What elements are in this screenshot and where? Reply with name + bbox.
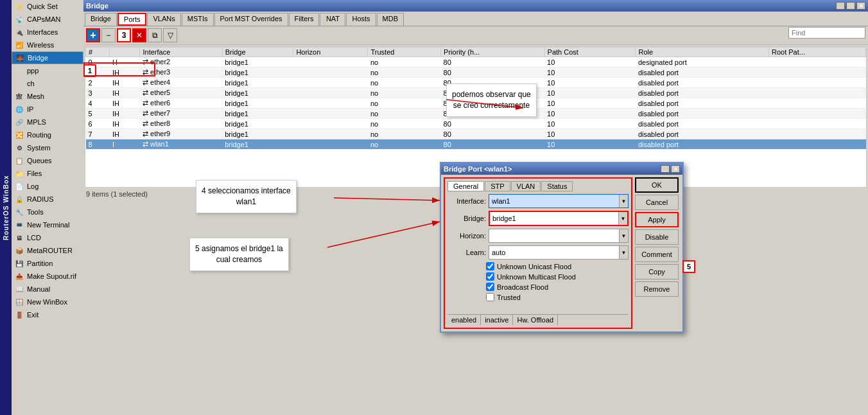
switch-icon	[14, 78, 24, 89]
col-num: #	[86, 48, 110, 57]
tab-mdb[interactable]: MDB	[377, 13, 404, 26]
find-bar	[788, 27, 865, 39]
sidebar-item-tools[interactable]: 🔧 Tools	[12, 206, 83, 218]
sidebar-item-system[interactable]: ⚙ System	[12, 141, 83, 154]
interface-dropdown-btn[interactable]: ▼	[619, 195, 628, 208]
horizon-dropdown-btn[interactable]: ▼	[619, 229, 628, 242]
sidebar-item-partition[interactable]: 💾 Partition	[12, 257, 83, 270]
find-input[interactable]	[788, 27, 865, 39]
table-row[interactable]: 8 I ⇄ wlan1 bridge1 no 80 10 disabled po…	[86, 139, 866, 150]
tab-filters[interactable]: Filters	[289, 13, 320, 26]
dialog-close[interactable]: ✕	[671, 165, 680, 173]
tab-ports[interactable]: Ports	[117, 13, 147, 26]
tab-hosts[interactable]: Hosts	[346, 13, 376, 26]
sidebar-item-label: CAPsMAN	[27, 15, 61, 23]
sidebar-item-new-terminal[interactable]: 💻 New Terminal	[12, 218, 83, 231]
quick-set-icon: ⚡	[14, 1, 24, 12]
bridge-icon: 🌉	[15, 53, 25, 63]
queues-icon: 📋	[14, 155, 24, 166]
filter-button[interactable]: ▽	[163, 28, 177, 42]
tab-vlans[interactable]: VLANs	[147, 13, 180, 26]
mesh-icon: 🕸	[14, 91, 24, 102]
sidebar-item-label: Make Supout.rif	[27, 272, 76, 280]
copy-button[interactable]: Copy	[635, 264, 679, 279]
sidebar-item-log[interactable]: 📄 Log	[12, 180, 83, 193]
bridge-value[interactable]: bridge1	[490, 212, 618, 225]
copy-tool-button[interactable]: ⧉	[148, 28, 162, 42]
sidebar-item-label: IP	[27, 105, 33, 113]
ip-icon: 🌐	[14, 104, 24, 114]
bridge-select-wrap: bridge1 ▼	[489, 211, 629, 226]
sidebar-item-mesh[interactable]: 🕸 Mesh	[12, 90, 83, 103]
trusted-checkbox[interactable]	[486, 293, 494, 301]
dialog-tab-stp[interactable]: STP	[485, 181, 510, 191]
sidebar-item-new-winbox[interactable]: 🪟 New WinBox	[12, 296, 83, 308]
sidebar-item-label: Routing	[27, 131, 51, 139]
unknown-multicast-row: Unknown Multicast Flood	[486, 272, 629, 281]
comment-button[interactable]: Comment	[635, 247, 679, 262]
close-button[interactable]: ✕	[856, 2, 865, 10]
sidebar-item-quick-set[interactable]: ⚡ Quick Set	[12, 0, 83, 13]
dialog-tab-status[interactable]: Status	[541, 181, 573, 191]
col-trusted: Trusted	[368, 48, 441, 57]
tab-mstis[interactable]: MSTIs	[182, 13, 214, 26]
horizon-select-wrap: ▼	[489, 229, 629, 243]
table-row[interactable]: 6 IH ⇄ ether8 bridge1 no 80 10 disabled …	[86, 119, 866, 129]
sidebar-item-interfaces[interactable]: 🔌 Interfaces	[12, 26, 83, 39]
ok-button[interactable]: OK	[635, 177, 679, 193]
tab-nat[interactable]: NAT	[320, 13, 345, 26]
sidebar-item-mpls[interactable]: 🔗 MPLS	[12, 116, 83, 128]
add-button[interactable]: +	[86, 28, 100, 42]
cancel-button[interactable]: Cancel	[635, 195, 679, 210]
sidebar-item-lcd[interactable]: 🖥 LCD	[12, 231, 83, 244]
dialog-minimize[interactable]: _	[661, 165, 670, 173]
sidebar-item-routing[interactable]: 🔀 Routing	[12, 128, 83, 141]
broadcast-checkbox[interactable]	[486, 283, 494, 291]
sidebar-item-label: Files	[27, 170, 42, 177]
table-row[interactable]: 1 IH ⇄ ether3 bridge1 no 80 10 disabled …	[86, 67, 866, 78]
delete-button[interactable]: ✕	[132, 28, 146, 42]
sidebar-item-bridge[interactable]: 🌉 Bridge	[12, 51, 83, 64]
unknown-multicast-checkbox[interactable]	[486, 272, 494, 281]
remove-button[interactable]: −	[101, 28, 116, 42]
minimize-button[interactable]: _	[836, 2, 845, 10]
tab-port-mst-overrides[interactable]: Port MST Overrides	[214, 13, 288, 26]
sidebar-item-wireless[interactable]: 📶 Wireless	[12, 39, 83, 51]
sidebar-item-label: RADIUS	[27, 195, 54, 203]
sidebar-item-metarouter[interactable]: 📦 MetaROUTER	[12, 244, 83, 257]
sidebar-item-make-supout[interactable]: 📤 Make Supout.rif	[12, 270, 83, 283]
dialog-tabs: General STP VLAN Status	[447, 181, 629, 191]
dialog-tab-general[interactable]: General	[447, 181, 484, 191]
dialog-tab-vlan[interactable]: VLAN	[511, 181, 541, 191]
tab-bridge[interactable]: Bridge	[85, 13, 117, 26]
bridge-dropdown-btn[interactable]: ▼	[618, 212, 627, 225]
interfaces-icon: 🔌	[14, 27, 24, 37]
sidebar-item-label: Queues	[27, 157, 52, 164]
ppp-icon	[14, 66, 24, 76]
maximize-button[interactable]: □	[846, 2, 855, 10]
dialog-title: Bridge Port <wlan1>	[444, 165, 512, 173]
unknown-unicast-checkbox[interactable]	[486, 262, 494, 270]
sidebar-item-queues[interactable]: 📋 Queues	[12, 154, 83, 167]
sidebar-item-exit[interactable]: 🚪 Exit	[12, 308, 83, 321]
trusted-label: Trusted	[497, 294, 521, 301]
sidebar-item-capsman[interactable]: 📡 CAPsMAN	[12, 13, 83, 26]
remove-button[interactable]: Remove	[635, 281, 679, 297]
files-icon: 📁	[14, 168, 24, 179]
interface-value[interactable]: wlan1	[489, 195, 619, 208]
apply-button[interactable]: Apply	[635, 212, 679, 227]
learn-value[interactable]: auto	[489, 246, 619, 259]
sidebar-item-files[interactable]: 📁 Files	[12, 167, 83, 180]
learn-dropdown-btn[interactable]: ▼	[619, 246, 628, 259]
horizon-value[interactable]	[489, 229, 619, 242]
learn-select-wrap: auto ▼	[489, 245, 629, 260]
sidebar-item-ip[interactable]: 🌐 IP	[12, 103, 83, 116]
sidebar-item-label: Partition	[27, 260, 53, 267]
sidebar-item-radius[interactable]: 🔒 RADIUS	[12, 193, 83, 206]
sidebar-item-switch[interactable]: ch	[12, 77, 83, 90]
sidebar-item-manual[interactable]: 📖 Manual	[12, 283, 83, 296]
table-row[interactable]: 7 IH ⇄ ether9 bridge1 no 80 10 disabled …	[86, 129, 866, 139]
table-row[interactable]: 0 H ⇄ ether2 bridge1 no 80 10 designated…	[86, 57, 866, 67]
sidebar-item-ppp[interactable]: ppp	[12, 64, 83, 77]
disable-button[interactable]: Disable	[635, 229, 679, 245]
